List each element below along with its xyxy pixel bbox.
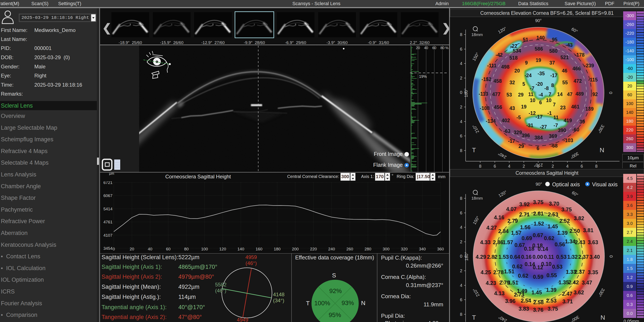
svg-text:95: 95 (552, 37, 558, 42)
svg-text:6: 6 (460, 210, 462, 215)
svg-text:160: 160 (256, 247, 262, 251)
svg-text:-17: -17 (536, 114, 542, 120)
svg-text:210°: 210° (472, 124, 480, 134)
svg-text:3454: 3454 (104, 246, 113, 251)
svg-text:140: 140 (238, 247, 244, 251)
svg-text:-60: -60 (572, 127, 579, 133)
svg-text:3.71: 3.71 (562, 299, 573, 305)
svg-text:1.39: 1.39 (546, 287, 557, 293)
svg-text:29: 29 (518, 92, 524, 98)
svg-text:39: 39 (580, 119, 585, 125)
svg-text:240°: 240° (498, 315, 508, 322)
svg-text:4: 4 (566, 164, 568, 168)
svg-text:4949: 4949 (237, 317, 248, 322)
svg-text:139: 139 (586, 106, 594, 112)
svg-text:0.16: 0.16 (521, 254, 532, 260)
svg-text:260: 260 (346, 247, 353, 251)
svg-text:55: 55 (562, 80, 568, 85)
svg-text:300°: 300° (570, 151, 580, 160)
svg-text:240: 240 (328, 247, 335, 251)
svg-text:T: T (306, 300, 310, 307)
svg-text:4.07: 4.07 (506, 206, 517, 212)
svg-text:-178: -178 (575, 52, 584, 58)
svg-text:1.51: 1.51 (504, 268, 514, 274)
svg-text:4: 4 (460, 283, 462, 288)
svg-text:2.47: 2.47 (562, 291, 572, 297)
svg-text:(46°): (46°) (246, 260, 257, 266)
svg-text:9: 9 (525, 60, 528, 66)
svg-text:5582: 5582 (215, 282, 226, 288)
svg-text:3.75: 3.75 (561, 206, 572, 212)
svg-text:47: 47 (567, 92, 572, 97)
svg-text:456: 456 (494, 104, 502, 110)
svg-text:-63: -63 (503, 128, 510, 134)
svg-text:4.27: 4.27 (486, 225, 497, 231)
svg-text:2.37: 2.37 (578, 254, 589, 260)
svg-text:2.79: 2.79 (508, 218, 518, 224)
svg-text:330°: 330° (597, 288, 606, 298)
svg-text:0.59: 0.59 (533, 274, 544, 280)
svg-text:1.57: 1.57 (511, 230, 522, 236)
svg-text:329: 329 (514, 130, 522, 135)
svg-text:419: 419 (564, 118, 572, 123)
svg-text:90°: 90° (536, 182, 542, 186)
svg-text:4761: 4761 (104, 220, 112, 224)
svg-text:-111: -111 (487, 63, 496, 68)
svg-text:37: 37 (549, 60, 555, 66)
svg-text:19: 19 (521, 104, 526, 110)
svg-text:4148: 4148 (273, 292, 284, 297)
svg-text:2.78: 2.78 (493, 269, 504, 275)
svg-text:1.56: 1.56 (520, 224, 531, 230)
svg-text:0.53: 0.53 (552, 264, 563, 270)
svg-text:-12: -12 (528, 110, 536, 116)
svg-text:140: 140 (536, 35, 544, 40)
svg-text:4.25: 4.25 (481, 269, 491, 275)
svg-text:280: 280 (364, 247, 371, 251)
svg-text:220: 220 (310, 247, 317, 251)
svg-text:2.86: 2.86 (493, 239, 504, 245)
svg-text:0.56: 0.56 (555, 241, 565, 247)
svg-text:330°: 330° (597, 124, 605, 134)
svg-text:-42: -42 (496, 52, 502, 58)
svg-text:2.53: 2.53 (548, 211, 558, 217)
svg-text:498: 498 (501, 64, 510, 70)
svg-text:80: 80 (184, 247, 189, 251)
svg-text:1.45: 1.45 (548, 223, 558, 229)
svg-text:0: 0 (609, 255, 614, 257)
svg-text:4.33: 4.33 (480, 239, 491, 245)
svg-text:1.57: 1.57 (503, 239, 513, 245)
svg-text:0: 0 (460, 254, 462, 259)
svg-text:-8: -8 (544, 86, 549, 91)
svg-text:95%: 95% (329, 312, 341, 318)
svg-text:80: 80 (440, 46, 444, 50)
svg-text:390: 390 (558, 128, 566, 133)
svg-text:2.71: 2.71 (519, 211, 530, 217)
svg-text:4107: 4107 (104, 233, 112, 238)
svg-text:8: 8 (460, 196, 462, 201)
svg-text:3.47: 3.47 (582, 280, 592, 286)
svg-text:0.12: 0.12 (533, 264, 543, 270)
svg-text:92%: 92% (329, 288, 342, 294)
svg-text:3.75: 3.75 (548, 306, 558, 312)
svg-text:384: 384 (534, 135, 543, 141)
svg-text:7: 7 (549, 92, 552, 97)
svg-text:2.43: 2.43 (575, 239, 586, 245)
svg-text:200: 200 (292, 247, 299, 251)
svg-text:29: 29 (518, 144, 524, 149)
svg-text:-1: -1 (548, 110, 552, 116)
svg-text:3.40: 3.40 (590, 254, 600, 260)
svg-text:1.53: 1.53 (498, 254, 509, 260)
svg-text:-152: -152 (482, 77, 491, 82)
svg-text:521: 521 (560, 55, 569, 60)
svg-text:120°: 120° (497, 26, 507, 34)
svg-text:586: 586 (535, 46, 543, 52)
svg-text:8: 8 (460, 32, 462, 37)
svg-text:1.52: 1.52 (534, 221, 544, 227)
svg-text:2: 2 (460, 268, 462, 273)
svg-text:-239: -239 (584, 63, 594, 68)
svg-text:19%: 19% (419, 74, 427, 79)
svg-text:-20: -20 (536, 81, 543, 87)
svg-text:3.75: 3.75 (533, 199, 544, 205)
svg-text:6: 6 (460, 297, 462, 302)
svg-text:0.62: 0.62 (518, 273, 528, 279)
